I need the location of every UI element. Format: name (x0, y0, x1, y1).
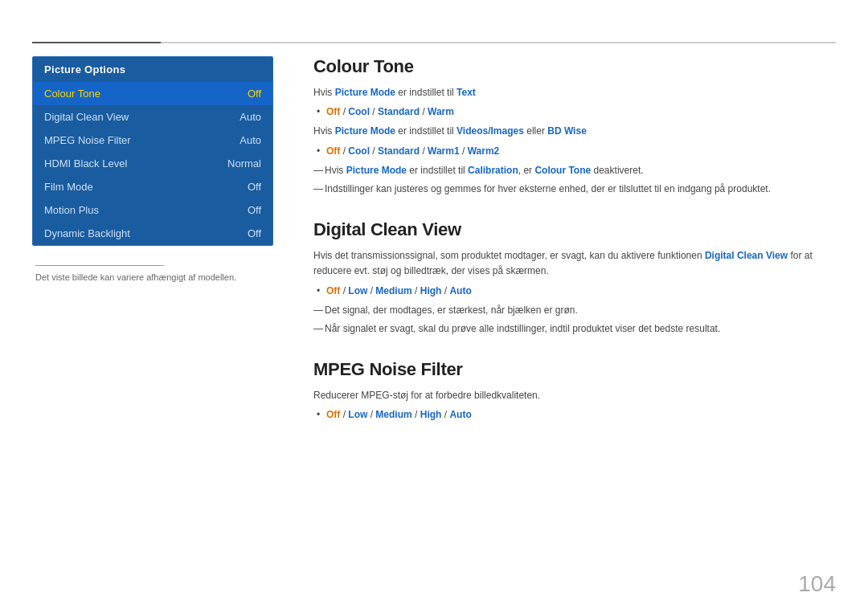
top-bar (32, 42, 836, 43)
menu-item-value: Normal (227, 157, 261, 170)
section-title-mpeg-noise-filter: MPEG Noise Filter (313, 359, 836, 380)
menu-item-value: Auto (240, 134, 261, 146)
section-colour-tone: Colour ToneHvis Picture Mode er indstill… (313, 56, 836, 197)
menu-item-hdmi-black-level[interactable]: HDMI Black LevelNormal (33, 152, 272, 175)
menu-item-motion-plus[interactable]: Motion PlusOff (33, 198, 272, 222)
menu-item-label: Motion Plus (44, 204, 99, 216)
menu-item-label: Film Mode (44, 181, 93, 193)
paragraph-text: Hvis det transmissionssignal, som produk… (313, 248, 836, 279)
menu-item-digital-clean-view[interactable]: Digital Clean ViewAuto (33, 105, 272, 129)
bullet-item: Off / Low / Medium / High / Auto (313, 284, 836, 299)
section-body-colour-tone: Hvis Picture Mode er indstillet til Text… (313, 85, 836, 197)
note-line: Det signal, der modtages, er stærkest, n… (313, 303, 836, 318)
menu-item-value: Off (248, 227, 261, 239)
panel-note-text: Det viste billede kan variere afhængigt … (35, 272, 273, 282)
section-body-mpeg-noise-filter: Reducerer MPEG-støj for at forbedre bill… (313, 388, 836, 423)
bullet-list: Off / Low / Medium / High / Auto (313, 284, 836, 299)
menu-item-label: HDMI Black Level (44, 157, 127, 170)
menu-item-dynamic-backlight[interactable]: Dynamic BacklightOff (33, 222, 272, 245)
panel-note: Det viste billede kan variere afhængigt … (32, 265, 273, 282)
section-body-digital-clean-view: Hvis det transmissionssignal, som produk… (313, 248, 836, 337)
right-content: Colour ToneHvis Picture Mode er indstill… (313, 56, 836, 445)
menu-item-label: Dynamic Backlight (44, 227, 130, 239)
top-bar-light (161, 42, 836, 43)
bullet-item: Off / Cool / Standard / Warm (313, 104, 836, 120)
bullet-item: Off / Cool / Standard / Warm1 / Warm2 (313, 144, 836, 159)
paragraph-text: Reducerer MPEG-støj for at forbedre bill… (313, 388, 836, 403)
menu-item-label: Digital Clean View (44, 111, 129, 123)
menu-item-film-mode[interactable]: Film ModeOff (33, 175, 272, 198)
section-title-colour-tone: Colour Tone (313, 56, 836, 77)
menu-item-value: Auto (240, 111, 261, 123)
bullet-list: Off / Low / Medium / High / Auto (313, 407, 836, 423)
menu-item-value: Off (248, 181, 261, 193)
left-panel: Picture Options Colour ToneOffDigital Cl… (32, 56, 273, 282)
menu-item-label: Colour Tone (44, 88, 100, 100)
bullet-list: Off / Cool / Standard / Warm (313, 104, 836, 120)
paragraph-text: Hvis Picture Mode er indstillet til Text (313, 85, 836, 100)
section-digital-clean-view: Digital Clean ViewHvis det transmissions… (313, 219, 836, 337)
menu-item-value: Off (248, 204, 261, 216)
page-number: 104 (798, 571, 836, 597)
picture-options-box: Picture Options Colour ToneOffDigital Cl… (32, 56, 273, 246)
menu-items: Colour ToneOffDigital Clean ViewAutoMPEG… (33, 82, 272, 245)
note-line: Hvis Picture Mode er indstillet til Cali… (313, 163, 836, 178)
note-line: Indstillinger kan justeres og gemmes for… (313, 182, 836, 197)
bullet-list: Off / Cool / Standard / Warm1 / Warm2 (313, 144, 836, 159)
bullet-item: Off / Low / Medium / High / Auto (313, 407, 836, 423)
section-mpeg-noise-filter: MPEG Noise FilterReducerer MPEG-støj for… (313, 359, 836, 423)
menu-item-mpeg-noise-filter[interactable]: MPEG Noise FilterAuto (33, 129, 272, 152)
menu-item-value: Off (248, 88, 261, 100)
menu-item-colour-tone[interactable]: Colour ToneOff (33, 82, 272, 105)
top-bar-dark (32, 42, 161, 43)
paragraph-text: Hvis Picture Mode er indstillet til Vide… (313, 124, 836, 139)
panel-note-divider (35, 265, 164, 266)
menu-item-label: MPEG Noise Filter (44, 134, 131, 146)
picture-options-title: Picture Options (33, 57, 272, 82)
section-title-digital-clean-view: Digital Clean View (313, 219, 836, 240)
note-line: Når signalet er svagt, skal du prøve all… (313, 321, 836, 337)
